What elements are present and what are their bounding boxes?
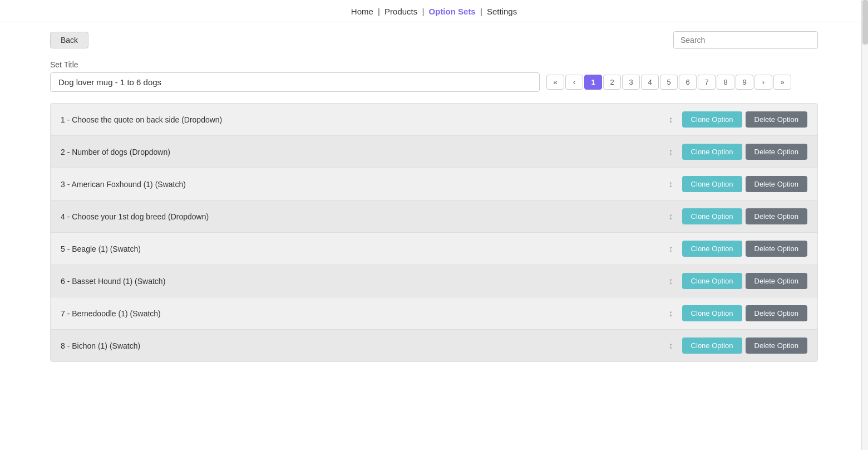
sort-icon[interactable]: ↕ bbox=[669, 244, 673, 254]
set-title-input[interactable] bbox=[50, 72, 540, 92]
nav-sep-3: | bbox=[480, 7, 482, 16]
option-label: 5 - Beagle (1) (Swatch) bbox=[61, 244, 669, 253]
clone-option-button[interactable]: Clone Option bbox=[682, 176, 742, 192]
pagination-page-9[interactable]: 9 bbox=[736, 75, 753, 90]
nav-sep-1: | bbox=[378, 7, 380, 16]
option-label: 4 - Choose your 1st dog breed (Dropdown) bbox=[61, 212, 669, 221]
back-button[interactable]: Back bbox=[50, 32, 88, 48]
delete-option-button[interactable]: Delete Option bbox=[746, 208, 808, 224]
clone-option-button[interactable]: Clone Option bbox=[682, 144, 742, 160]
pagination-page-2[interactable]: 2 bbox=[603, 75, 621, 90]
clone-option-button[interactable]: Clone Option bbox=[682, 338, 742, 354]
pagination-page-4[interactable]: 4 bbox=[641, 75, 659, 90]
pagination-next[interactable]: › bbox=[754, 75, 772, 90]
pagination-page-6[interactable]: 6 bbox=[679, 75, 697, 90]
pagination-page-8[interactable]: 8 bbox=[717, 75, 734, 90]
table-row: 6 - Basset Hound (1) (Swatch)↕Clone Opti… bbox=[51, 265, 817, 297]
sort-icon[interactable]: ↕ bbox=[669, 115, 673, 125]
delete-option-button[interactable]: Delete Option bbox=[746, 241, 808, 257]
sort-icon[interactable]: ↕ bbox=[669, 309, 673, 319]
table-row: 4 - Choose your 1st dog breed (Dropdown)… bbox=[51, 200, 817, 233]
delete-option-button[interactable]: Delete Option bbox=[746, 338, 808, 354]
delete-option-button[interactable]: Delete Option bbox=[746, 111, 808, 128]
pagination-last[interactable]: » bbox=[773, 75, 791, 90]
pagination: « ‹ 1 2 3 4 5 6 7 8 9 › » bbox=[546, 75, 791, 90]
sort-icon[interactable]: ↕ bbox=[669, 147, 673, 157]
nav-option-sets[interactable]: Option Sets bbox=[429, 7, 476, 16]
delete-option-button[interactable]: Delete Option bbox=[746, 144, 808, 160]
option-label: 3 - American Foxhound (1) (Swatch) bbox=[61, 180, 669, 189]
table-row: 1 - Choose the quote on back side (Dropd… bbox=[51, 104, 817, 136]
option-label: 2 - Number of dogs (Dropdown) bbox=[61, 148, 669, 156]
clone-option-button[interactable]: Clone Option bbox=[682, 241, 742, 257]
pagination-page-5[interactable]: 5 bbox=[660, 75, 678, 90]
delete-option-button[interactable]: Delete Option bbox=[746, 273, 808, 289]
nav-settings[interactable]: Settings bbox=[487, 7, 517, 16]
option-label: 7 - Bernedoodle (1) (Swatch) bbox=[61, 309, 669, 318]
table-row: 2 - Number of dogs (Dropdown)↕Clone Opti… bbox=[51, 136, 817, 168]
pagination-page-7[interactable]: 7 bbox=[698, 75, 716, 90]
clone-option-button[interactable]: Clone Option bbox=[682, 305, 742, 321]
set-title-row: « ‹ 1 2 3 4 5 6 7 8 9 › » bbox=[50, 72, 818, 92]
toolbar: Back bbox=[50, 31, 818, 49]
pagination-page-1[interactable]: 1 bbox=[584, 75, 602, 90]
search-input[interactable] bbox=[673, 31, 818, 49]
clone-option-button[interactable]: Clone Option bbox=[682, 273, 742, 289]
option-label: 1 - Choose the quote on back side (Dropd… bbox=[61, 115, 669, 124]
main-container: Back Set Title « ‹ 1 2 3 4 5 6 7 8 9 › »… bbox=[28, 22, 840, 371]
scrollbar-track[interactable] bbox=[861, 0, 868, 371]
option-label: 6 - Basset Hound (1) (Swatch) bbox=[61, 277, 669, 286]
table-row: 7 - Bernedoodle (1) (Swatch)↕Clone Optio… bbox=[51, 297, 817, 330]
sort-icon[interactable]: ↕ bbox=[669, 276, 673, 286]
sort-icon[interactable]: ↕ bbox=[669, 179, 673, 189]
scrollbar-thumb[interactable] bbox=[862, 0, 868, 45]
table-row: 5 - Beagle (1) (Swatch)↕Clone OptionDele… bbox=[51, 233, 817, 265]
pagination-prev[interactable]: ‹ bbox=[565, 75, 583, 90]
clone-option-button[interactable]: Clone Option bbox=[682, 111, 742, 128]
option-label: 8 - Bichon (1) (Swatch) bbox=[61, 341, 669, 350]
nav-home[interactable]: Home bbox=[351, 7, 373, 16]
sort-icon[interactable]: ↕ bbox=[669, 341, 673, 351]
pagination-page-3[interactable]: 3 bbox=[622, 75, 640, 90]
nav-products[interactable]: Products bbox=[384, 7, 417, 16]
delete-option-button[interactable]: Delete Option bbox=[746, 305, 808, 321]
table-row: 8 - Bichon (1) (Swatch)↕Clone OptionDele… bbox=[51, 330, 817, 361]
set-title-label: Set Title bbox=[50, 60, 818, 69]
delete-option-button[interactable]: Delete Option bbox=[746, 176, 808, 192]
table-row: 3 - American Foxhound (1) (Swatch)↕Clone… bbox=[51, 168, 817, 200]
sort-icon[interactable]: ↕ bbox=[669, 212, 673, 222]
clone-option-button[interactable]: Clone Option bbox=[682, 208, 742, 224]
options-list: 1 - Choose the quote on back side (Dropd… bbox=[50, 103, 818, 362]
pagination-first[interactable]: « bbox=[546, 75, 564, 90]
top-navigation: Home | Products | Option Sets | Settings bbox=[0, 0, 868, 22]
nav-sep-2: | bbox=[422, 7, 424, 16]
